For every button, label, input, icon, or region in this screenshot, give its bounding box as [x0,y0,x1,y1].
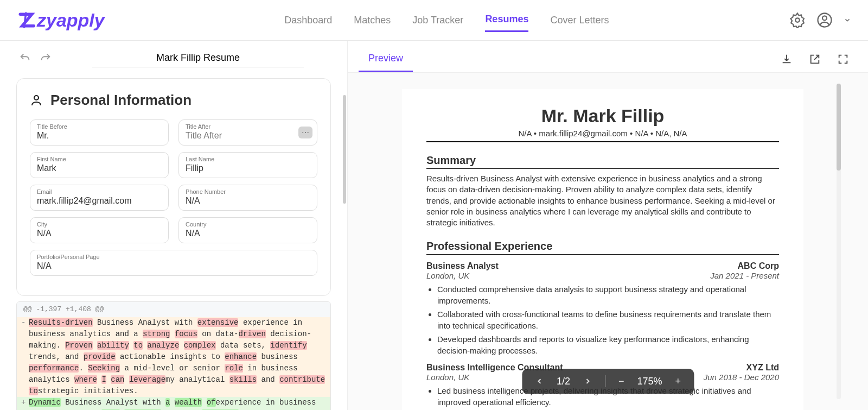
main-content: Personal Information Title Before Title … [0,41,868,410]
next-page-icon[interactable] [583,377,592,386]
download-icon[interactable] [778,51,795,68]
field-label: Title Before [37,123,162,130]
zoom-indicator: 175% [637,376,662,387]
job-dates: Jan 2021 - Present [710,271,779,280]
field-more-icon[interactable]: ⋯ [298,127,312,138]
last-name-field[interactable]: Last Name [178,152,317,178]
email-field[interactable]: Email [30,185,169,211]
diff-panel: @@ -1,397 +1,408 @@ - Results-driven Bus… [16,301,331,410]
country-input[interactable] [186,228,310,239]
title-after-field[interactable]: Title After ⋯ [178,119,317,146]
svg-point-0 [795,18,800,22]
job-company: XYZ Ltd [746,363,779,373]
title-before-input[interactable] [37,130,162,142]
zoom-out-icon[interactable]: − [618,376,624,387]
first-name-input[interactable] [37,162,162,174]
title-after-input[interactable] [186,130,310,142]
resume-document: Mr. Mark Fillip N/A • mark.fillip24@gmai… [402,89,803,410]
preview-body: Mr. Mark Fillip N/A • mark.fillip24@gmai… [348,73,868,410]
job-location: London, UK [426,373,469,382]
summary-text: Results-driven Business Analyst with ext… [426,173,779,228]
brand-logo[interactable]: zyapply [16,10,105,31]
header-actions [789,11,852,29]
card-heading-text: Personal Information [50,92,192,109]
personal-info-card: Personal Information Title Before Title … [16,78,331,296]
document-title-input[interactable] [92,49,304,67]
field-label: Last Name [186,156,310,162]
brand-text: zyapply [37,10,105,31]
job-bullets: Conducted comprehensive data analysis to… [437,283,779,356]
fullscreen-icon[interactable] [834,51,852,68]
nav-cover-letters[interactable]: Cover Letters [550,9,609,31]
last-name-input[interactable] [186,162,310,174]
first-name-field[interactable]: First Name [30,152,169,178]
logo-icon [16,10,36,30]
account-dropdown-icon[interactable] [843,11,852,29]
job-company: ABC Corp [738,261,779,271]
diff-hunk-header: @@ -1,397 +1,408 @@ [17,302,330,317]
zoom-in-icon[interactable]: + [675,376,681,387]
preview-header: Preview [348,41,868,73]
portfolio-field[interactable]: Portfolio/Personal Page [30,250,317,276]
field-label: City [37,221,162,228]
job-location: London, UK [426,271,469,280]
card-heading: Personal Information [30,92,317,109]
undo-button[interactable] [16,49,34,67]
preview-scrollbar-track[interactable] [837,84,841,399]
summary-heading: Summary [426,154,779,169]
field-label: Email [37,188,162,195]
redo-button[interactable] [37,49,54,67]
title-before-field[interactable]: Title Before [30,119,169,146]
settings-icon[interactable] [789,11,806,29]
bullet: Conducted comprehensive data analysis to… [437,283,779,306]
portfolio-input[interactable] [37,260,310,272]
preview-actions [778,51,852,68]
city-input[interactable] [37,228,162,239]
field-label: Phone Number [186,188,310,195]
job-header: Business Analyst ABC Corp [426,261,779,271]
left-scrollbar[interactable] [343,95,346,204]
job-dates: Jun 2018 - Dec 2020 [704,373,779,382]
app-header: zyapply Dashboard Matches Job Tracker Re… [0,0,868,41]
main-nav: Dashboard Matches Job Tracker Resumes Co… [284,8,609,32]
country-field[interactable]: Country [178,217,317,243]
field-label: Title After [186,123,310,130]
editor-panel: Personal Information Title Before Title … [0,41,347,410]
field-label: Country [186,221,310,228]
nav-dashboard[interactable]: Dashboard [284,9,332,31]
viewer-controls: 1/2 − 175% + [522,369,694,394]
city-field[interactable]: City [30,217,169,243]
resume-divider [426,141,779,142]
job-title: Business Analyst [426,261,499,271]
email-input[interactable] [37,195,162,207]
svg-point-2 [822,16,827,20]
doc-header [16,49,331,67]
nav-job-tracker[interactable]: Job Tracker [412,9,463,31]
diff-removed-line: - Results-driven Business Analyst with e… [17,317,330,397]
resume-name: Mr. Mark Fillip [426,105,779,127]
svg-point-3 [34,96,39,100]
prev-page-icon[interactable] [535,377,544,386]
open-external-icon[interactable] [806,51,824,68]
phone-field[interactable]: Phone Number [178,185,317,211]
nav-matches[interactable]: Matches [354,9,391,31]
phone-input[interactable] [186,195,310,207]
resume-contact: N/A • mark.fillip24@gmail.com • N/A • N/… [426,129,779,138]
bullet: Collaborated with cross-functional teams… [437,308,779,331]
undo-redo-group [16,49,54,67]
field-label: First Name [37,156,162,162]
account-icon[interactable] [816,11,833,29]
diff-added-line: + Dynamic Business Analyst with a wealth… [17,397,330,411]
page-indicator: 1/2 [557,376,570,387]
person-icon [30,94,43,107]
field-label: Portfolio/Personal Page [37,254,310,260]
nav-resumes[interactable]: Resumes [485,8,528,32]
bullet: Developed dashboards and reports to visu… [437,333,779,356]
preview-panel: Preview Mr. Mark Fillip N/A • mark.filli… [347,41,868,410]
tab-preview[interactable]: Preview [359,46,413,72]
preview-scrollbar-thumb[interactable] [837,84,841,171]
separator [605,375,605,387]
job-subheader: London, UK Jan 2021 - Present [426,271,779,280]
experience-heading: Professional Experience [426,240,779,255]
